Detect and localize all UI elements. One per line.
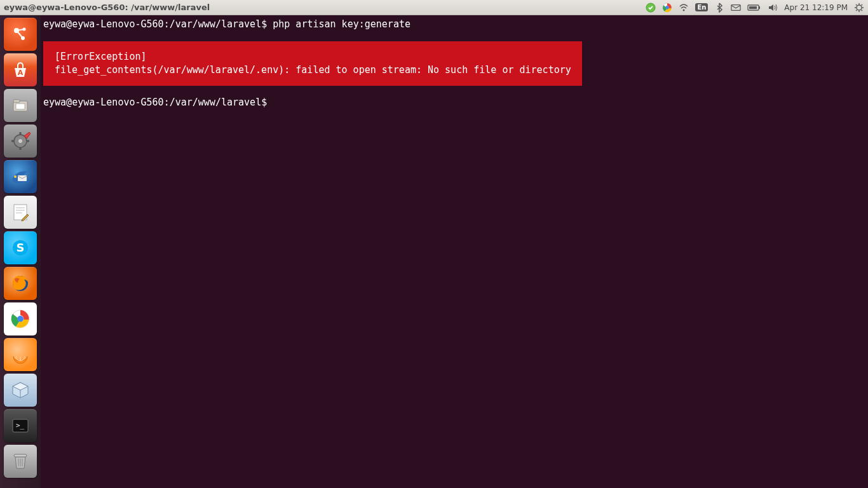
svg-rect-24 — [13, 100, 20, 102]
svg-point-3 — [683, 9, 685, 11]
terminal-icon[interactable]: >_ — [4, 409, 37, 442]
terminal-window[interactable]: eywa@eywa-Lenovo-G560:/var/www/laravel$ … — [41, 15, 868, 488]
menubar-indicators: En Apr 21 12:19 PM — [646, 3, 864, 13]
svg-line-14 — [862, 10, 863, 11]
prompt-path: /var/www/laravel — [170, 18, 262, 30]
prompt-sep: : — [164, 97, 170, 108]
svg-line-13 — [856, 4, 857, 6]
skype-icon[interactable]: S — [4, 231, 37, 264]
wifi-icon[interactable] — [679, 3, 689, 13]
svg-rect-46 — [14, 454, 27, 457]
thunderbird-icon[interactable] — [4, 160, 37, 193]
svg-line-15 — [856, 10, 857, 11]
command-text: php artisan key:generate — [273, 18, 410, 30]
keyboard-lang-indicator[interactable]: En — [695, 3, 708, 11]
prompt-path: /var/www/laravel — [170, 97, 262, 108]
svg-text:>_: >_ — [16, 421, 25, 430]
svg-rect-25 — [16, 104, 25, 109]
svg-text:A: A — [18, 69, 24, 77]
svg-text:S: S — [17, 241, 25, 254]
clementine-icon[interactable] — [4, 338, 37, 371]
firefox-icon[interactable] — [4, 267, 37, 300]
clock[interactable]: Apr 21 12:19 PM — [784, 3, 848, 12]
dash-home-icon[interactable] — [4, 18, 37, 51]
prompt-sep: : — [164, 18, 170, 30]
error-block: [ErrorException] file_get_contents(/var/… — [43, 41, 582, 86]
menubar: eywa@eywa-Lenovo-G560: /var/www/laravel … — [0, 0, 868, 15]
svg-point-27 — [18, 139, 22, 143]
chrome-icon[interactable] — [4, 302, 37, 336]
svg-line-16 — [862, 4, 863, 6]
error-title: [ErrorException] — [55, 51, 147, 62]
session-gear-icon[interactable] — [854, 3, 864, 13]
terminal-line-2: eywa@eywa-Lenovo-G560:/var/www/laravel$ — [43, 96, 865, 109]
text-editor-icon[interactable] — [4, 196, 37, 229]
terminal-line-1: eywa@eywa-Lenovo-G560:/var/www/laravel$ … — [43, 18, 865, 31]
virtualbox-icon[interactable] — [4, 374, 37, 407]
svg-rect-4 — [731, 4, 740, 10]
software-center-icon[interactable]: A — [4, 53, 37, 86]
svg-rect-6 — [759, 6, 760, 9]
update-ready-icon[interactable] — [646, 3, 656, 13]
prompt-dollar: $ — [261, 97, 267, 108]
launcher: A S >_ — [0, 15, 41, 488]
battery-icon[interactable] — [747, 3, 761, 13]
volume-icon[interactable] — [768, 3, 778, 13]
bluetooth-icon[interactable] — [714, 3, 724, 13]
prompt-user: eywa@eywa-Lenovo-G560 — [43, 97, 164, 108]
prompt-user: eywa@eywa-Lenovo-G560 — [43, 18, 164, 30]
svg-rect-7 — [749, 6, 757, 9]
error-body: file_get_contents(/var/www/laravel/.env)… — [55, 64, 571, 76]
svg-line-21 — [17, 30, 23, 38]
files-icon[interactable] — [4, 89, 37, 122]
chrome-indicator-icon[interactable] — [662, 3, 672, 13]
settings-icon[interactable] — [4, 125, 37, 158]
window-title: eywa@eywa-Lenovo-G560: /var/www/laravel — [4, 3, 210, 12]
prompt-dollar: $ — [261, 18, 267, 30]
svg-point-8 — [857, 5, 862, 10]
mail-indicator-icon[interactable] — [731, 3, 741, 13]
trash-icon[interactable] — [4, 445, 37, 478]
svg-point-33 — [14, 175, 17, 178]
